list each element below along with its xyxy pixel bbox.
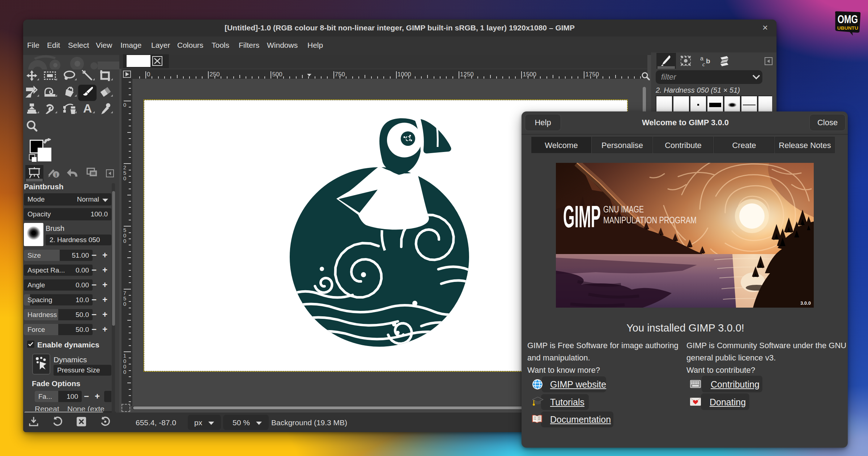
svg-text:GIMP: GIMP	[563, 199, 601, 234]
svg-text:OMG: OMG	[838, 13, 858, 26]
svg-text:GNU IMAGE: GNU IMAGE	[603, 204, 644, 214]
svg-text:UBUNTU: UBUNTU	[837, 25, 858, 31]
svg-text:i: i	[55, 172, 57, 178]
svg-text:MANIPULATION PROGRAM: MANIPULATION PROGRAM	[603, 215, 697, 225]
svg-text:A: A	[83, 101, 92, 115]
svg-text:3.0.0: 3.0.0	[800, 300, 811, 306]
svg-text:c: c	[702, 61, 705, 68]
svg-text:b: b	[706, 57, 710, 65]
